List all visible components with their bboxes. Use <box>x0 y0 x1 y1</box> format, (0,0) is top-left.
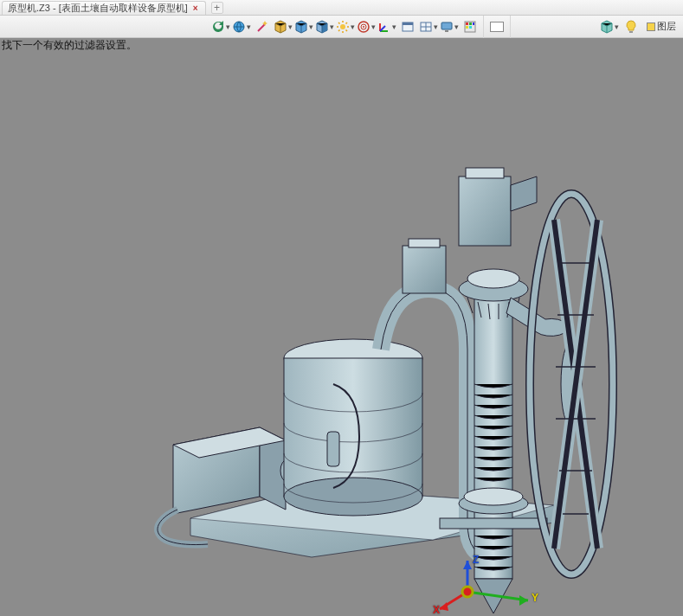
layer-dropdown-label: 图层 <box>657 20 676 33</box>
color-swatch-icon <box>490 22 504 32</box>
window-a-button[interactable] <box>398 17 417 36</box>
magic-wand-icon <box>255 20 269 34</box>
magic-wand-button[interactable] <box>253 17 272 36</box>
chevron-down-icon: ▾ <box>308 22 313 31</box>
status-message: 找下一个有效的过滤器设置。 <box>2 38 137 53</box>
svg-rect-32 <box>440 518 547 529</box>
palette-button[interactable] <box>461 17 480 36</box>
regen-button[interactable]: ▾ <box>211 17 230 36</box>
cube-shaded-button[interactable]: ▾ <box>315 17 334 36</box>
svg-rect-15 <box>469 26 472 29</box>
layer-cube-button[interactable]: ▾ <box>600 17 619 36</box>
bulb-icon <box>624 20 638 34</box>
add-tab-button[interactable]: + <box>211 2 223 14</box>
model-render <box>0 38 683 616</box>
model-area[interactable]: X Y Z <box>0 38 683 616</box>
svg-point-1 <box>340 24 345 29</box>
monitor-icon <box>440 20 454 34</box>
svg-rect-6 <box>403 22 413 25</box>
svg-rect-24 <box>474 280 512 523</box>
svg-rect-23 <box>409 239 440 247</box>
svg-point-4 <box>363 26 364 28</box>
chevron-down-icon: ▾ <box>614 22 619 31</box>
svg-rect-19 <box>284 358 422 497</box>
svg-rect-8 <box>441 22 452 29</box>
cad-viewport[interactable]: X Y Z <box>0 16 683 616</box>
world-button[interactable]: ▾ <box>232 17 251 36</box>
world-icon <box>232 20 246 34</box>
cube-shaded-icon <box>315 20 329 34</box>
origin-axis-button[interactable]: ▾ <box>377 17 396 36</box>
svg-rect-13 <box>473 22 474 25</box>
hint-bulb-button[interactable] <box>621 17 641 36</box>
sun-icon <box>336 20 350 34</box>
cube-blue-button[interactable]: ▾ <box>294 17 313 36</box>
chevron-down-icon: ▾ <box>246 22 251 31</box>
chevron-down-icon: ▾ <box>350 22 355 31</box>
tab-bar: 原型机.Z3 - [表面土壤自动取样设备原型机] × + <box>0 0 683 16</box>
plus-icon: + <box>214 3 220 13</box>
svg-rect-27 <box>459 176 511 246</box>
monitor-button[interactable]: ▾ <box>440 17 459 36</box>
chevron-down-icon: ▾ <box>454 22 459 31</box>
svg-rect-12 <box>469 22 472 25</box>
swatch-group <box>484 16 511 38</box>
window-b-button[interactable]: ▾ <box>419 17 438 36</box>
cube-blue-icon <box>294 20 308 34</box>
origin-axis-icon <box>377 20 391 34</box>
target-icon <box>357 20 370 34</box>
window-b-icon <box>419 20 433 34</box>
svg-point-30 <box>464 488 523 505</box>
svg-rect-14 <box>466 26 468 29</box>
sun-button[interactable]: ▾ <box>336 17 355 36</box>
svg-rect-11 <box>466 22 468 25</box>
target-button[interactable]: ▾ <box>357 17 376 36</box>
palette-icon <box>463 20 477 34</box>
chevron-down-icon: ▾ <box>225 22 230 31</box>
cube-gold-button[interactable]: ▾ <box>274 17 293 36</box>
svg-point-26 <box>467 269 519 288</box>
close-tab-icon[interactable]: × <box>193 3 198 13</box>
cube-gold-icon <box>274 20 287 34</box>
layer-tool-group: ▾ 图层 <box>596 16 683 38</box>
svg-rect-22 <box>403 246 446 293</box>
chevron-down-icon: ▾ <box>433 22 438 31</box>
svg-rect-21 <box>327 432 339 466</box>
layer-color-chip-icon <box>647 22 655 31</box>
layer-dropdown-button[interactable]: 图层 <box>643 17 680 36</box>
svg-rect-28 <box>466 168 504 178</box>
chevron-down-icon: ▾ <box>287 22 293 31</box>
window-a-icon <box>401 20 415 34</box>
svg-rect-31 <box>474 527 512 579</box>
chevron-down-icon: ▾ <box>370 22 376 31</box>
svg-point-20 <box>284 478 422 516</box>
document-tab[interactable]: 原型机.Z3 - [表面土壤自动取样设备原型机] × <box>2 1 206 15</box>
chevron-down-icon: ▾ <box>391 22 396 31</box>
svg-rect-16 <box>629 31 633 33</box>
view-tool-group: ▾▾▾▾▾▾▾▾▾▾ <box>208 16 484 38</box>
view-toolbar: ▾▾▾▾▾▾▾▾▾▾ ▾ 图层 <box>0 16 683 38</box>
svg-rect-9 <box>445 30 448 32</box>
document-tab-title: 原型机.Z3 - [表面土壤自动取样设备原型机] <box>8 2 188 15</box>
chevron-down-icon: ▾ <box>329 22 334 31</box>
background-swatch-button[interactable] <box>487 17 506 36</box>
regen-icon <box>211 20 225 34</box>
layer-cube-icon <box>600 20 614 34</box>
